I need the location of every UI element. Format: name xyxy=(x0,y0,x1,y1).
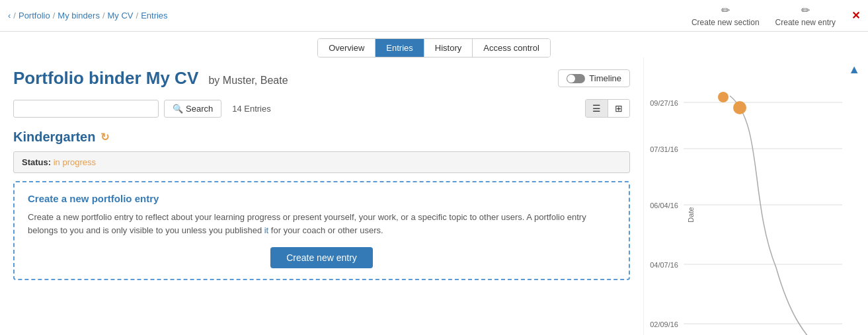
timeline-svg-container: 09/27/16 07/31/16 06/04/16 04/07/16 02/0… xyxy=(644,69,868,335)
create-card-description: Create a new portfolio entry to reflect … xyxy=(28,211,615,237)
timeline-dot-0[interactable] xyxy=(718,92,729,102)
list-view-button[interactable]: ☰ xyxy=(586,100,608,117)
tab-row: Overview Entries History Access control xyxy=(0,32,868,57)
top-bar: ‹ / Portfolio / My binders / My CV / Ent… xyxy=(0,0,868,32)
by-author: by Muster, Beate xyxy=(208,75,288,86)
section-title: Kindergarten ↻ xyxy=(13,130,630,145)
section-name: Kindergarten xyxy=(13,130,95,145)
page-title: Portfolio binder My CV by Muster, Beate xyxy=(13,68,288,89)
tab-history[interactable]: History xyxy=(424,39,473,57)
create-entry-top-label: Create new entry xyxy=(775,18,836,27)
pencil-icon: ✏ xyxy=(721,4,730,17)
date-label-0: 09/27/16 xyxy=(650,99,678,107)
create-entry-card: Create a new portfolio entry Create a ne… xyxy=(13,181,630,280)
status-bar: Status: in progress xyxy=(13,151,630,173)
create-section-label: Create new section xyxy=(691,18,760,27)
timeline-toggle-button[interactable]: Timeline xyxy=(558,69,630,87)
toggle-icon xyxy=(567,74,585,83)
timeline-dot-1[interactable] xyxy=(733,101,746,114)
breadcrumb-mybinders[interactable]: My binders xyxy=(58,11,100,20)
date-label-3: 04/07/16 xyxy=(650,261,678,269)
timeline-label: Timeline xyxy=(589,73,621,83)
tab-group: Overview Entries History Access control xyxy=(317,38,551,57)
breadcrumb-mycv[interactable]: My CV xyxy=(108,11,134,20)
breadcrumb-entries: Entries xyxy=(141,11,167,20)
create-section-button[interactable]: ✏ Create new section xyxy=(691,4,760,27)
top-actions: ✏ Create new section ✏ Create new entry … xyxy=(691,4,860,27)
timeline-curve xyxy=(730,96,829,335)
list-icon: ☰ xyxy=(592,103,601,114)
create-card-title: Create a new portfolio entry xyxy=(28,193,615,204)
timeline-svg: 09/27/16 07/31/16 06/04/16 04/07/16 02/0… xyxy=(644,69,849,335)
date-label-2: 06/04/16 xyxy=(650,202,678,209)
create-card-link[interactable]: it xyxy=(264,225,269,235)
main-layout: Portfolio binder My CV by Muster, Beate … xyxy=(0,57,868,335)
pencil-icon-2: ✏ xyxy=(801,4,810,17)
create-entry-top-button[interactable]: ✏ Create new entry xyxy=(775,4,836,27)
date-axis-label: Date xyxy=(687,207,695,222)
search-label: Search xyxy=(186,104,213,114)
search-row: 🔍 Search 14 Entries ☰ ⊞ xyxy=(13,99,630,118)
back-arrow[interactable]: ‹ xyxy=(8,11,11,20)
close-button[interactable]: ✕ xyxy=(851,9,860,22)
grid-icon: ⊞ xyxy=(615,103,623,114)
tab-access-control[interactable]: Access control xyxy=(473,39,550,57)
create-new-entry-button[interactable]: Create new entry xyxy=(270,247,373,268)
refresh-icon[interactable]: ↻ xyxy=(100,131,109,143)
date-label-4: 02/09/16 xyxy=(650,320,678,328)
tab-entries[interactable]: Entries xyxy=(375,39,424,57)
entries-count: 14 Entries xyxy=(232,104,271,114)
status-value: in progress xyxy=(54,157,96,167)
timeline-panel: ▲ 09/27/16 07/31/16 06/04/16 04/07/16 02… xyxy=(644,57,868,335)
tab-overview[interactable]: Overview xyxy=(318,39,375,57)
status-label: Status: xyxy=(22,157,51,167)
right-panel: ▲ 09/27/16 07/31/16 06/04/16 04/07/16 02… xyxy=(643,57,868,335)
page-header-row: Portfolio binder My CV by Muster, Beate … xyxy=(13,68,630,89)
date-label-1: 07/31/16 xyxy=(650,145,678,153)
grid-view-button[interactable]: ⊞ xyxy=(608,100,629,117)
breadcrumb: ‹ / Portfolio / My binders / My CV / Ent… xyxy=(8,11,168,20)
search-input[interactable] xyxy=(13,100,159,118)
search-button[interactable]: 🔍 Search xyxy=(164,100,221,118)
breadcrumb-portfolio[interactable]: Portfolio xyxy=(19,11,50,20)
search-icon: 🔍 xyxy=(173,104,183,114)
view-buttons: ☰ ⊞ xyxy=(585,99,630,118)
left-panel: Portfolio binder My CV by Muster, Beate … xyxy=(0,57,643,335)
